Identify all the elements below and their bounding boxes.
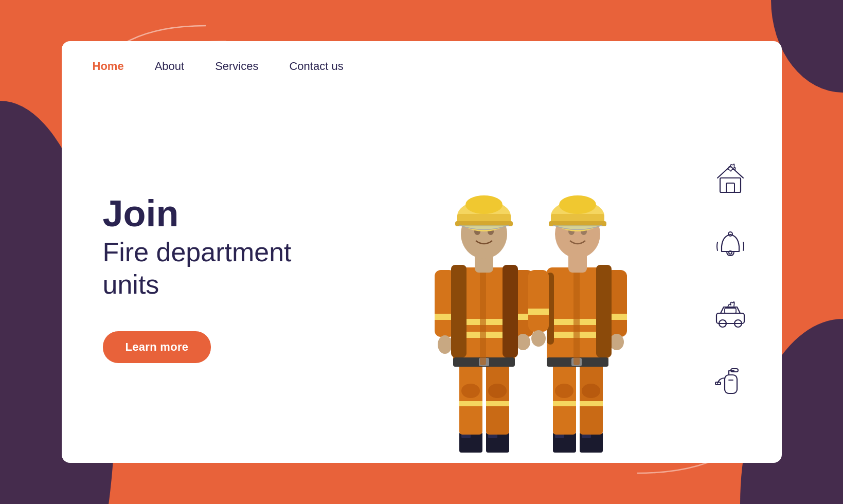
svg-rect-67 <box>596 265 612 357</box>
headline-join: Join <box>103 193 309 234</box>
svg-rect-53 <box>528 270 549 332</box>
text-section: Join Fire department units Learn more <box>62 94 309 463</box>
learn-more-button[interactable]: Learn more <box>103 331 211 363</box>
svg-rect-7 <box>486 401 509 406</box>
svg-rect-76 <box>725 375 737 393</box>
headline-sub: Fire department units <box>103 236 309 300</box>
extinguisher-icon <box>710 358 751 399</box>
svg-rect-68 <box>720 178 741 192</box>
illustration-area <box>309 94 782 463</box>
svg-rect-72 <box>716 313 744 323</box>
icons-panel <box>710 157 751 399</box>
svg-rect-78 <box>715 382 721 385</box>
svg-point-24 <box>516 334 530 350</box>
svg-rect-15 <box>480 267 486 365</box>
nav-about[interactable]: About <box>155 60 185 73</box>
svg-point-71 <box>729 251 732 254</box>
house-fire-icon <box>710 157 751 199</box>
svg-rect-6 <box>459 401 482 406</box>
svg-rect-41 <box>553 401 576 406</box>
main-content: Join Fire department units Learn more <box>62 83 782 463</box>
navigation: Home About Services Contact us <box>62 41 782 83</box>
svg-point-20 <box>438 335 452 354</box>
svg-point-58 <box>609 334 624 350</box>
svg-rect-54 <box>528 309 549 315</box>
svg-rect-73 <box>725 308 736 313</box>
svg-rect-42 <box>580 401 603 406</box>
car-fire-icon <box>710 291 751 332</box>
svg-point-66 <box>559 195 596 214</box>
svg-point-44 <box>582 384 600 398</box>
svg-point-55 <box>531 330 546 347</box>
svg-rect-69 <box>726 183 734 192</box>
alarm-bell-icon <box>710 224 751 265</box>
svg-rect-50 <box>573 267 580 365</box>
svg-rect-34 <box>503 265 518 357</box>
svg-point-32 <box>465 195 503 214</box>
svg-rect-33 <box>451 265 467 357</box>
nav-home[interactable]: Home <box>93 60 124 73</box>
firefighters-illustration <box>404 113 661 463</box>
svg-point-8 <box>461 384 480 398</box>
nav-contact[interactable]: Contact us <box>289 60 343 73</box>
nav-services[interactable]: Services <box>215 60 258 73</box>
main-card: Home About Services Contact us Join Fire… <box>62 41 782 463</box>
svg-point-43 <box>555 384 573 398</box>
svg-point-9 <box>488 384 507 398</box>
